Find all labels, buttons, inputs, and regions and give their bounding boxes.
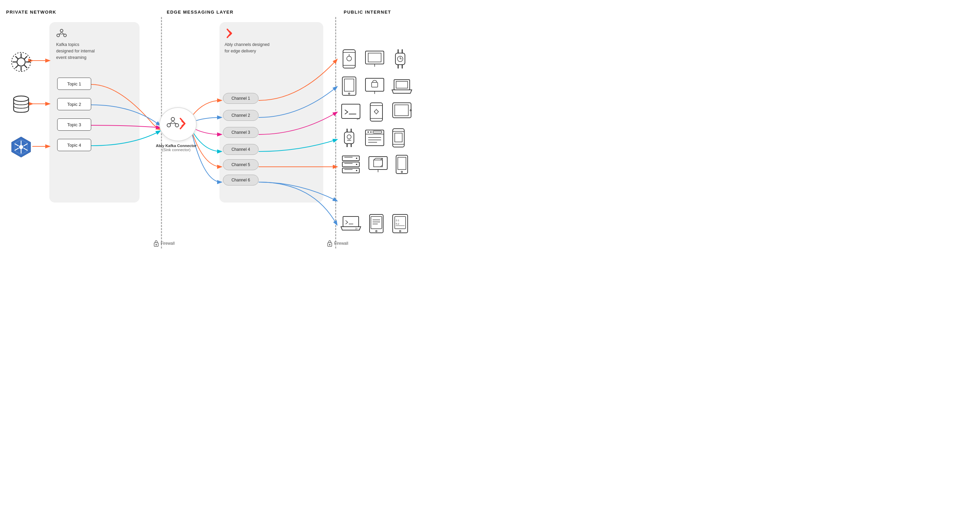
svg-point-18 [171, 118, 175, 121]
connector-label: Ably Kafka Connector (Sink connector) [154, 144, 198, 152]
svg-point-14 [64, 34, 66, 37]
device-row-6: 3÷ 2-1 5-2 [340, 213, 409, 234]
topic-3-box: Topic 3 [57, 118, 91, 131]
svg-point-19 [167, 124, 170, 127]
diagram: PRIVATE NETWORK EDGE MESSAGING LAYER PUB… [0, 0, 490, 266]
svg-point-74 [370, 131, 372, 133]
svg-point-116 [156, 244, 157, 246]
svg-rect-46 [372, 82, 378, 87]
firewall-label-1: Firewall [153, 240, 175, 247]
svg-rect-42 [344, 79, 354, 91]
svg-point-68 [347, 135, 351, 139]
svg-text:3÷: 3÷ [356, 118, 360, 121]
svg-line-22 [173, 121, 176, 124]
channel-4-box: Channel 4 [223, 144, 259, 155]
section-edge-messaging: EDGE MESSAGING LAYER [167, 10, 234, 14]
svg-rect-63 [344, 132, 354, 144]
svg-point-118 [329, 244, 331, 246]
svg-line-16 [62, 32, 64, 34]
svg-point-27 [347, 56, 352, 61]
svg-point-73 [368, 131, 369, 133]
svg-rect-103 [369, 214, 383, 233]
svg-text:2-1: 2-1 [396, 219, 399, 222]
firewall-line-right [335, 17, 336, 249]
svg-point-13 [57, 34, 60, 37]
svg-line-21 [170, 121, 173, 124]
svg-rect-49 [342, 104, 360, 118]
svg-point-41 [348, 93, 350, 94]
device-row-1 [340, 48, 409, 69]
svg-point-86 [356, 158, 357, 159]
channel-5-box: Channel 5 [223, 159, 259, 170]
svg-line-15 [60, 32, 62, 34]
channel-6-box: Channel 6 [223, 175, 259, 185]
connector-node [159, 107, 197, 141]
device-row-5 [340, 154, 409, 175]
channel-2-box: Channel 2 [223, 110, 259, 121]
device-row-2 [340, 76, 412, 97]
svg-text:3÷: 3÷ [355, 227, 358, 230]
section-private-network: PRIVATE NETWORK [6, 10, 56, 14]
topic-2-box: Topic 2 [57, 98, 91, 110]
topic-4-box: Topic 4 [57, 139, 91, 151]
svg-rect-105 [371, 217, 382, 229]
kafka-description: Kafka topicsdesigned for internalevent s… [56, 41, 111, 61]
svg-text:5-2: 5-2 [396, 223, 399, 225]
svg-point-104 [375, 230, 377, 232]
svg-rect-75 [373, 131, 382, 133]
topic-1-box: Topic 1 [57, 78, 91, 90]
gear-icon [10, 51, 32, 75]
svg-rect-95 [374, 160, 382, 167]
section-public-internet: PUBLIC INTERNET [344, 10, 391, 14]
database-icon [10, 92, 33, 117]
channel-3-box: Channel 3 [223, 127, 259, 138]
svg-point-5 [19, 145, 23, 149]
svg-rect-62 [395, 105, 408, 116]
svg-rect-29 [368, 53, 381, 62]
svg-point-87 [356, 164, 357, 165]
ably-info: Ably channels designedfor edge delivery [224, 28, 282, 53]
channel-1-box: Channel 1 [223, 93, 259, 104]
svg-point-55 [375, 110, 378, 113]
svg-rect-48 [396, 81, 408, 88]
svg-point-110 [399, 230, 401, 232]
kafka-info: Kafka topicsdesigned for internalevent s… [56, 28, 111, 59]
svg-rect-99 [398, 157, 406, 169]
svg-rect-100 [343, 217, 359, 227]
kubernetes-icon [10, 136, 33, 160]
svg-point-12 [60, 29, 63, 32]
svg-rect-82 [395, 133, 402, 142]
device-row-3: 3÷ [340, 101, 412, 123]
device-row-4 [340, 127, 406, 148]
svg-point-98 [401, 171, 402, 172]
firewall-label-2: Firewall [327, 240, 348, 247]
svg-point-88 [356, 170, 357, 171]
ably-description: Ably channels designedfor edge delivery [224, 41, 282, 54]
svg-point-2 [14, 96, 29, 101]
svg-point-20 [175, 124, 179, 127]
